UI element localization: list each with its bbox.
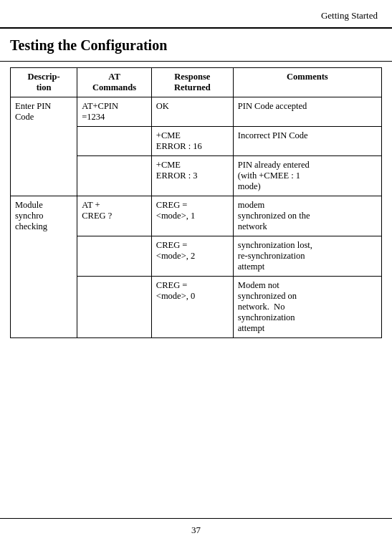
config-table: Descrip-tion ATCommands ResponseReturned… xyxy=(10,67,382,338)
cell-response-creg1: CREG =<mode>, 1 xyxy=(151,196,233,236)
cell-at-empty-3 xyxy=(77,236,152,277)
page-container: Getting Started Testing the Configuratio… xyxy=(0,0,392,546)
table-header-row: Descrip-tion ATCommands ResponseReturned… xyxy=(11,68,382,97)
col-header-response: ResponseReturned xyxy=(151,68,233,97)
col-header-at-commands: ATCommands xyxy=(77,68,152,97)
cell-response-creg2: CREG =<mode>, 2 xyxy=(151,236,233,277)
table-row: Enter PINCode AT+CPIN=1234 OK PIN Code a… xyxy=(11,97,382,127)
header-title: Getting Started xyxy=(321,10,378,21)
cell-at-empty-2 xyxy=(77,156,152,196)
cell-comments-incorrect-pin: Incorrect PIN Code xyxy=(233,127,381,156)
table-wrapper: Descrip-tion ATCommands ResponseReturned… xyxy=(0,67,392,338)
cell-at-empty-1 xyxy=(77,127,152,156)
cell-response-cme3: +CMEERROR : 3 xyxy=(151,156,233,196)
cell-comments-sync-lost: synchronization lost,re-synchronizationa… xyxy=(233,236,381,277)
page-footer: 37 xyxy=(0,518,392,536)
cell-at-creg: AT +CREG ? xyxy=(77,196,152,236)
cell-at-cpin: AT+CPIN=1234 xyxy=(77,97,152,127)
col-header-comments: Comments xyxy=(233,68,381,97)
section-title: Testing the Configuration xyxy=(0,29,392,62)
cell-comments-pin-accepted: PIN Code accepted xyxy=(233,97,381,127)
cell-response-ok: OK xyxy=(151,97,233,127)
cell-comments-pin-already: PIN already entered(with +CMEE : 1mode) xyxy=(233,156,381,196)
cell-comments-modem-not-sync: Modem notsynchronized onnetwork. Nosynch… xyxy=(233,277,381,338)
page-number: 37 xyxy=(191,525,201,535)
page-header: Getting Started xyxy=(0,0,392,29)
cell-comments-modem-sync: modemsynchronized on thenetwork xyxy=(233,196,381,236)
cell-at-empty-4 xyxy=(77,277,152,338)
cell-response-creg0: CREG =<mode>, 0 xyxy=(151,277,233,338)
cell-description-module-synchro: Modulesynchrochecking xyxy=(11,196,77,338)
cell-response-cme16: +CMEERROR : 16 xyxy=(151,127,233,156)
col-header-description: Descrip-tion xyxy=(11,68,77,97)
table-row: Modulesynchrochecking AT +CREG ? CREG =<… xyxy=(11,196,382,236)
cell-description-enter-pin: Enter PINCode xyxy=(11,97,77,196)
